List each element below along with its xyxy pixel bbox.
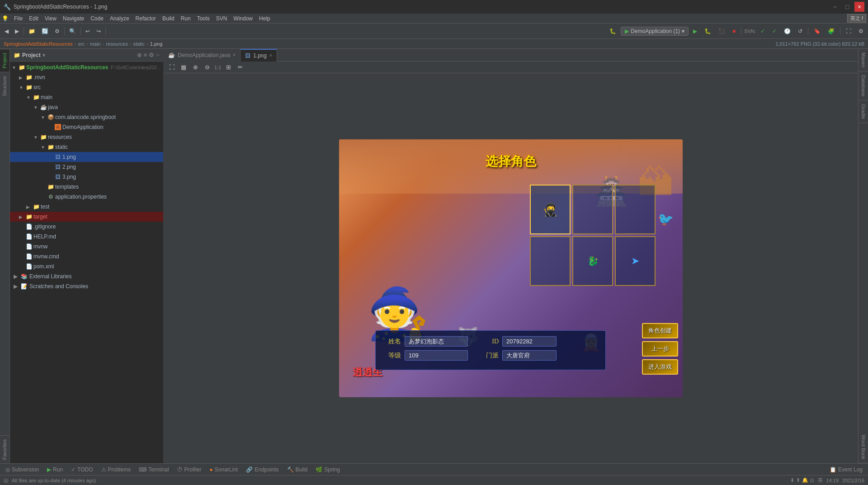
undo-btn[interactable]: ↩ [83, 27, 93, 36]
tree-item-mvnwcmd[interactable]: 📄 mvnw.cmd [10, 252, 163, 262]
left-tab-favorites[interactable]: Favorites [0, 435, 9, 463]
menu-tools[interactable]: Tools [194, 14, 212, 23]
run-with-coverage-btn[interactable]: ⬛ [716, 27, 728, 36]
menu-build[interactable]: Build [160, 14, 177, 23]
tree-item-templates[interactable]: 📁 templates [10, 182, 163, 192]
breadcrumb-root[interactable]: SpringbootAddStaticResources [4, 41, 73, 47]
status-icon-4[interactable]: G [810, 478, 814, 483]
menu-run[interactable]: Run [178, 14, 193, 23]
redo-btn[interactable]: ↪ [94, 27, 104, 36]
bottom-tab-problems[interactable]: ⚠ Problems [98, 465, 135, 475]
bottom-tab-run[interactable]: ▶ Run [43, 465, 66, 475]
left-tab-project[interactable]: Project [0, 49, 9, 72]
tree-item-java[interactable]: ▼ ☕ java [10, 102, 163, 112]
menu-code[interactable]: Code [88, 14, 106, 23]
char-cell-1[interactable]: 🥷 [530, 185, 571, 234]
breadcrumb-main[interactable]: main [90, 41, 101, 47]
breadcrumb-src[interactable]: src [78, 41, 85, 47]
fit-page-btn[interactable]: ⛶ [167, 63, 176, 72]
run-icon-btn[interactable]: 🐛 [607, 27, 619, 36]
expand-btn[interactable]: ⛶ [843, 27, 854, 36]
status-icon-1[interactable]: ⬇ [790, 477, 794, 483]
tree-item-gitignore[interactable]: 📄 .gitignore [10, 222, 163, 232]
sidebar-locate-icon[interactable]: ⊕ [137, 52, 142, 58]
right-tab-gradle[interactable]: Gradle [859, 100, 868, 123]
tree-item-2png[interactable]: 🖼 2.png [10, 162, 163, 172]
stop-btn[interactable]: ■ [730, 27, 738, 36]
project-btn[interactable]: 📁 [26, 27, 38, 36]
breadcrumb-static[interactable]: static [133, 41, 145, 47]
bottom-tab-profiler[interactable]: ⏱ Profiler [174, 465, 205, 475]
project-dropdown-arrow[interactable]: ▾ [42, 52, 45, 58]
tree-item-test[interactable]: ▶ 📁 test [10, 202, 163, 212]
menu-analyze[interactable]: Analyze [107, 14, 132, 23]
char-cell-4[interactable] [530, 236, 571, 286]
bottom-tab-subversion[interactable]: ◎ Subversion [2, 465, 42, 475]
tree-item-external-libs[interactable]: ▶ 📚 External Libraries [10, 271, 163, 281]
zoom-in-btn[interactable]: ⊕ [191, 63, 200, 72]
tree-item-package[interactable]: ▼ 📦 com.alancode.springboot [10, 112, 163, 122]
status-icon-3[interactable]: 🔔 [802, 477, 808, 483]
tree-item-mvn[interactable]: ▶ 📁 .mvn [10, 72, 163, 82]
tree-item-helpmd[interactable]: 📄 HELP.md [10, 232, 163, 242]
bottom-tab-spring[interactable]: 🌿 Spring [312, 465, 344, 475]
back-char-btn[interactable]: 上一步 [642, 341, 678, 357]
menu-help[interactable]: Help [256, 14, 273, 23]
bottom-tab-endpoints[interactable]: 🔗 Endpoints [242, 465, 282, 475]
sync-btn[interactable]: 🔄 [39, 27, 51, 36]
bookmarks-btn[interactable]: 🔖 [811, 27, 823, 36]
bottom-tab-terminal[interactable]: ⌨ Terminal [135, 465, 172, 475]
tree-item-target[interactable]: ▶ 📁 target [10, 212, 163, 222]
tree-item-app-props[interactable]: ⚙ application.properties [10, 192, 163, 202]
plugins-btn[interactable]: 🧩 [825, 27, 837, 36]
menu-refactor[interactable]: Refactor [133, 14, 159, 23]
tab-1png[interactable]: 🖼 1.png × [241, 49, 277, 62]
right-tab-word[interactable]: Word Book [859, 431, 868, 463]
menu-file[interactable]: File [11, 14, 25, 23]
tree-item-3png[interactable]: 🖼 3.png [10, 172, 163, 182]
char-cell-3[interactable] [615, 185, 656, 234]
svn-revert-btn[interactable]: ↺ [795, 27, 805, 36]
tree-item-resources[interactable]: ▼ 📁 resources [10, 132, 163, 142]
status-icon-2[interactable]: ⬆ [796, 477, 800, 483]
actual-size-btn[interactable]: ⊞ [224, 63, 233, 72]
right-tab-database[interactable]: Database [859, 71, 868, 100]
breadcrumb-resources[interactable]: resources [106, 41, 127, 47]
menu-window[interactable]: Window [231, 14, 255, 23]
svn-update-btn[interactable]: ✓ [758, 27, 768, 36]
bottom-tab-todo[interactable]: ✓ TODO [67, 465, 96, 475]
bottom-tab-event-log[interactable]: 📋 Event Log [826, 465, 866, 475]
search-btn[interactable]: 🔍 [66, 27, 79, 36]
status-encoding[interactable]: 英 [818, 477, 823, 484]
tree-item-static[interactable]: ▼ 📁 static [10, 142, 163, 152]
menu-edit[interactable]: Edit [26, 14, 41, 23]
left-tab-structure[interactable]: Structure [0, 72, 9, 100]
settings-btn[interactable]: ⚙ [856, 27, 866, 36]
run-build-btn[interactable]: ▶ [690, 27, 700, 36]
svn-history-btn[interactable]: 🕐 [781, 27, 793, 36]
char-cell-6[interactable]: ➤ [615, 236, 656, 286]
debug-btn[interactable]: 🐛 [702, 27, 714, 36]
level-input[interactable] [405, 350, 468, 361]
sect-input[interactable] [502, 350, 557, 361]
sidebar-close-icon[interactable]: − [156, 52, 160, 58]
bottom-tab-build[interactable]: 🔨 Build [283, 465, 311, 475]
sidebar-settings-icon[interactable]: ⚙ [149, 52, 154, 58]
tree-item-src[interactable]: ▼ 📁 src [10, 82, 163, 92]
menu-svn[interactable]: SVN [213, 14, 230, 23]
fit-width-btn[interactable]: ▦ [179, 63, 188, 72]
char-cell-2[interactable] [572, 185, 613, 234]
tree-item-demo-app[interactable]: 🅰 DemoApplication [10, 122, 163, 132]
menu-view[interactable]: View [42, 14, 59, 23]
tree-item-1png[interactable]: 🖼 1.png [10, 152, 163, 162]
tree-item-scratches[interactable]: ▶ 📝 Scratches and Consoles [10, 281, 163, 291]
config-btn[interactable]: ⚙ [52, 27, 62, 36]
char-cell-5[interactable]: 🐉 [572, 236, 613, 286]
tab-java-close[interactable]: × [233, 52, 236, 57]
back-button[interactable]: ◀ [2, 27, 11, 36]
id-input[interactable] [502, 336, 557, 347]
run-config-selector[interactable]: ▶ DemoApplication (1) ▾ [621, 27, 689, 36]
right-tab-maven[interactable]: Maven [859, 49, 868, 71]
svn-commit-btn[interactable]: ✓ [769, 27, 779, 36]
maximize-button[interactable]: □ [842, 2, 852, 12]
